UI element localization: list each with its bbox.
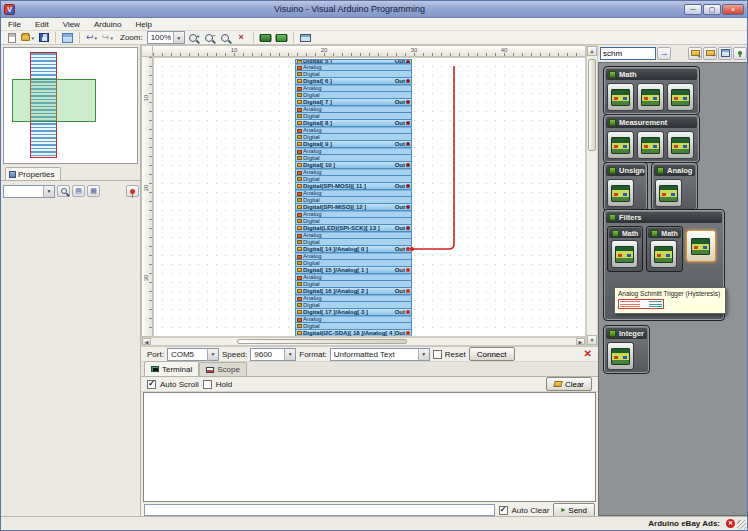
category-header[interactable]: Measurement [606,117,697,128]
property-object-select[interactable]: ▼ [3,185,55,198]
board-channel-header[interactable]: Digital[ 7 ]Out [295,99,412,106]
board-pin-row[interactable]: Analog [295,295,412,302]
category-header[interactable]: Math [648,228,680,238]
close-ads-icon[interactable]: ✕ [726,519,735,528]
menu-file[interactable]: File [1,18,28,30]
board-pin-row[interactable]: Analog [295,232,412,239]
toolbox-component-tile[interactable] [607,179,634,207]
delete-button[interactable]: × [234,32,249,44]
toolbox-component-tile[interactable] [607,131,634,159]
tab-scope[interactable]: Scope [199,362,247,376]
out-pin[interactable] [406,205,410,209]
alphabetical-view-button[interactable]: ▦ [87,185,100,197]
zoom-out-button[interactable]: − [202,32,217,44]
scroll-left-icon[interactable]: ◀ [142,338,151,345]
toolbox-component-tile[interactable] [607,83,634,111]
schmitt-trigger-component-tile[interactable] [686,230,716,262]
send-button[interactable]: ▸ Send [553,503,595,517]
show-terminal-button[interactable] [298,32,313,44]
board-pin-row[interactable]: Digital [295,197,412,204]
board-channel-header[interactable]: Digital(SPI-MOSI)[ 11 ]Out [295,183,412,190]
design-overview-map[interactable] [3,47,138,164]
board-pin-row[interactable]: Digital [295,71,412,78]
category-header[interactable]: Math [606,69,697,80]
collapse-all-button[interactable]: − [703,47,717,60]
toolbox-component-tile[interactable] [667,83,694,111]
select-tool-button[interactable] [60,32,75,44]
terminal-output[interactable] [143,392,596,502]
board-channel-header[interactable]: Digital[ 16 ]/Analog[ 2 ]Out [295,288,412,295]
redo-button[interactable]: ↪▾ [100,32,115,44]
reset-checkbox[interactable] [433,350,442,359]
board-pin-row[interactable]: Digital [295,302,412,309]
disconnect-icon[interactable]: ✕ [584,349,592,359]
toolbox-component-tile[interactable] [650,240,677,268]
hold-checkbox[interactable] [203,380,212,389]
arduino-board-component[interactable]: Digital[ 5 ] Out AnalogDigitalDigital[ 6… [295,59,412,337]
menu-edit[interactable]: Edit [28,18,56,30]
auto-scroll-checkbox[interactable]: ✓ [147,380,156,389]
send-input[interactable] [144,504,495,516]
out-pin[interactable] [406,331,410,335]
expand-all-button[interactable]: + [688,47,702,60]
board-pin-row[interactable]: Digital [295,260,412,267]
board-pin-row[interactable]: Analog [295,316,412,323]
scroll-down-icon[interactable]: ▼ [587,335,597,345]
tab-properties[interactable]: Properties [5,167,61,181]
vertical-scroll-thumb[interactable] [588,59,596,151]
board-channel-header[interactable]: Digital[ 9 ]Out [295,141,412,148]
zoom-fit-button[interactable] [218,32,233,44]
board-pin-row[interactable]: Analog [295,106,412,113]
scroll-up-icon[interactable]: ▲ [587,46,597,56]
zoom-in-button[interactable]: + [186,32,201,44]
out-pin[interactable] [406,60,410,64]
out-pin[interactable] [406,121,410,125]
board-channel-header[interactable]: Digital(I2C-SDA)[ 18 ]/Analog[ 4 ]Out [295,330,412,337]
connect-button[interactable]: Connect [469,347,515,361]
board-pin-row[interactable]: Digital [295,218,412,225]
board-channel-header[interactable]: Digital[ 8 ]Out [295,120,412,127]
out-pin[interactable] [406,268,410,272]
auto-clear-checkbox[interactable]: ✓ [499,506,508,515]
toolbox-component-tile[interactable] [637,131,664,159]
horizontal-scrollbar[interactable]: ◀ ▶ [141,337,586,346]
new-project-button[interactable] [4,32,19,44]
horizontal-scroll-thumb[interactable] [237,339,407,344]
category-header[interactable]: Analog [654,165,695,176]
board-pin-row[interactable]: Digital [295,92,412,99]
upload-button[interactable] [274,32,289,44]
out-pin[interactable] [406,226,410,230]
port-select[interactable]: COM5 ▼ [167,348,219,361]
format-select[interactable]: Unformatted Text ▼ [330,348,430,361]
board-pin-row[interactable]: Analog [295,148,412,155]
board-pin-row[interactable]: Digital [295,323,412,330]
vertical-scrollbar[interactable]: ▲ ▼ [586,45,598,346]
out-pin[interactable] [406,142,410,146]
resize-grip[interactable] [737,520,746,529]
out-pin[interactable] [406,310,410,314]
maximize-button[interactable]: ▢ [703,4,721,15]
board-pin-row[interactable]: Analog [295,127,412,134]
board-pin-row[interactable]: Digital [295,176,412,183]
board-pin-row[interactable]: Digital [295,134,412,141]
scroll-right-icon[interactable]: ▶ [576,338,585,345]
category-header[interactable]: Integer [606,328,647,339]
board-channel-header[interactable]: Digital[ 14 ]/Analog[ 0 ]Out [295,246,412,253]
board-pin-row[interactable]: Analog [295,274,412,281]
board-channel-header[interactable]: Digital(LED)(SPI-SCK)[ 13 ]Out [295,225,412,232]
board-channel-header[interactable]: Digital[ 17 ]/Analog[ 3 ]Out [295,309,412,316]
component-search-input[interactable] [600,47,656,60]
viewport-rectangle[interactable] [12,79,96,122]
board-pin-row[interactable]: Analog [295,169,412,176]
out-pin[interactable] [406,247,410,251]
board-pin-row[interactable]: Analog [295,64,412,71]
design-canvas[interactable]: Digital[ 5 ] Out AnalogDigitalDigital[ 6… [153,57,586,337]
open-project-button[interactable]: ▾ [20,32,35,44]
property-search-button[interactable] [57,185,70,197]
board-channel-header[interactable]: Digital[ 15 ]/Analog[ 1 ]Out [295,267,412,274]
out-pin[interactable] [406,100,410,104]
out-pin[interactable] [406,79,410,83]
board-channel-header[interactable]: Digital(SPI-MISO)[ 12 ]Out [295,204,412,211]
zoom-select[interactable]: 100% ▼ [147,31,185,44]
pin-panel-button[interactable] [126,185,139,197]
